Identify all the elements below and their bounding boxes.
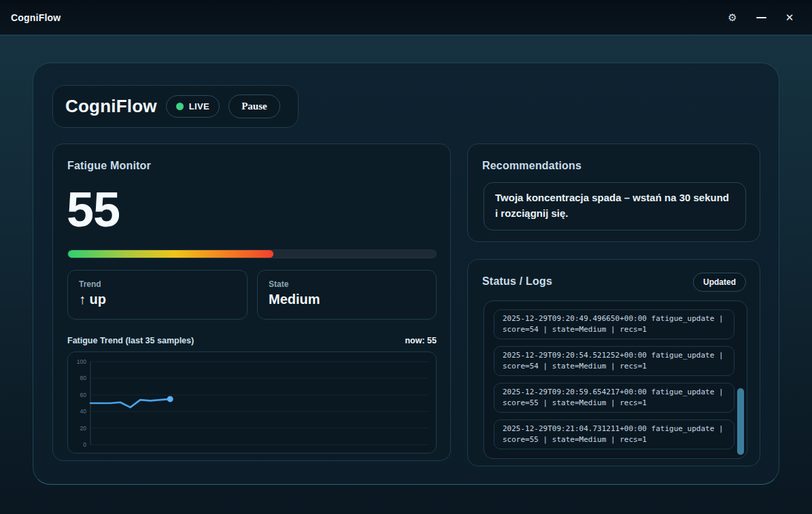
- chart-title: Fatigue Trend (last 35 samples): [67, 336, 194, 345]
- svg-text:100: 100: [77, 358, 86, 365]
- titlebar-app-name: CogniFlow: [11, 12, 61, 23]
- status-logs-title: Status / Logs: [482, 275, 552, 288]
- titlebar: CogniFlow ⚙ ✕: [0, 0, 812, 35]
- fatigue-progress-track: [67, 250, 437, 258]
- status-logs-card: Status / Logs Updated 2025-12-29T09:20:4…: [467, 259, 760, 466]
- svg-text:40: 40: [80, 408, 87, 415]
- log-entry: 2025-12-29T09:20:59.654217+00:00 fatigue…: [494, 383, 734, 413]
- chart-now-value: now: 55: [405, 336, 437, 345]
- settings-button[interactable]: ⚙: [718, 0, 747, 35]
- pause-button[interactable]: Pause: [229, 95, 280, 118]
- fatigue-trend-chart: 020406080100: [67, 352, 437, 453]
- close-icon: ✕: [785, 12, 794, 24]
- gear-icon: ⚙: [728, 12, 737, 22]
- trend-box: Trend ↑ up: [67, 270, 248, 320]
- svg-text:60: 60: [80, 392, 87, 398]
- svg-text:0: 0: [83, 441, 86, 448]
- page-title: CogniFlow: [65, 96, 157, 117]
- log-entry: 2025-12-29T09:20:49.496650+00:00 fatigue…: [494, 309, 734, 339]
- state-value: Medium: [269, 292, 425, 307]
- trend-label: Trend: [79, 279, 236, 289]
- state-box: State Medium: [257, 270, 437, 320]
- fatigue-progress-fill: [68, 250, 273, 258]
- live-dot-icon: [176, 103, 184, 110]
- chart-header: Fatigue Trend (last 35 samples) now: 55: [67, 336, 437, 345]
- log-entry: 2025-12-29T09:21:04.731211+00:00 fatigue…: [494, 419, 734, 449]
- recommendations-card: Recommendations Twoja koncentracja spada…: [467, 143, 760, 242]
- fatigue-monitor-card: Fatigue Monitor 55 Trend ↑ up State Medi…: [52, 143, 451, 461]
- fatigue-score: 55: [67, 185, 120, 234]
- content-background: CogniFlow LIVE Pause Fatigue Monitor 55 …: [0, 35, 812, 514]
- minimize-icon: [756, 17, 766, 18]
- minimize-button[interactable]: [747, 0, 775, 35]
- recommendation-item: Twoja koncentracja spada – wstań na 30 s…: [484, 182, 746, 230]
- trend-value: ↑ up: [79, 292, 236, 307]
- window-controls: ⚙ ✕: [718, 0, 812, 35]
- header-card: CogniFlow LIVE Pause: [52, 85, 299, 128]
- log-list[interactable]: 2025-12-29T09:20:49.496650+00:00 fatigue…: [484, 301, 747, 459]
- live-badge: LIVE: [166, 95, 220, 118]
- state-label: State: [269, 279, 425, 289]
- live-badge-label: LIVE: [189, 101, 210, 112]
- svg-text:80: 80: [80, 375, 87, 381]
- close-button[interactable]: ✕: [775, 0, 804, 35]
- recommendations-title: Recommendations: [482, 160, 581, 172]
- log-entry: 2025-12-29T09:20:54.521252+00:00 fatigue…: [494, 346, 734, 376]
- logs-scrollbar-thumb[interactable]: [737, 388, 744, 455]
- svg-text:20: 20: [80, 425, 87, 432]
- fatigue-card-title: Fatigue Monitor: [67, 160, 151, 172]
- updated-badge: Updated: [693, 273, 746, 292]
- app-window: CogniFlow ⚙ ✕ CogniFlow LIVE Pause: [0, 0, 812, 514]
- main-panel: CogniFlow LIVE Pause Fatigue Monitor 55 …: [33, 63, 779, 485]
